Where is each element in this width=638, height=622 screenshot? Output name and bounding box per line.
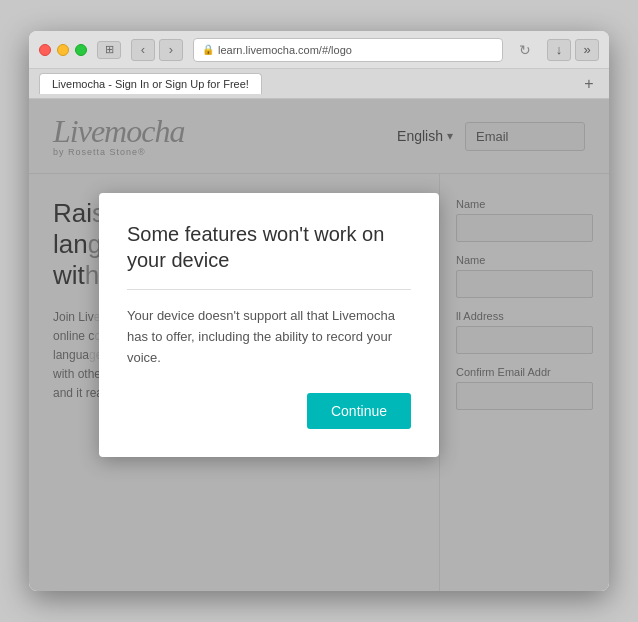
back-icon: ‹ (141, 42, 145, 57)
active-tab[interactable]: Livemocha - Sign In or Sign Up for Free! (39, 73, 262, 94)
minimize-button[interactable] (57, 44, 69, 56)
sidebar-toggle-button[interactable]: ⊞ (97, 41, 121, 59)
more-button[interactable]: » (575, 39, 599, 61)
download-icon: ↓ (556, 42, 563, 57)
modal-body: Your device doesn't support all that Liv… (127, 306, 411, 368)
toolbar-right: ↓ » (547, 39, 599, 61)
page-content: Livemocha by Rosetta Stone® English ▾ Ra… (29, 99, 609, 591)
modal-divider (127, 289, 411, 290)
browser-window: ⊞ ‹ › 🔒 learn.livemocha.com/#/logo ↻ ↓ » (29, 31, 609, 591)
reload-icon: ↻ (519, 42, 531, 58)
tab-bar: Livemocha - Sign In or Sign Up for Free!… (29, 69, 609, 99)
modal-title: Some features won't work on your device (127, 221, 411, 273)
nav-buttons: ‹ › (131, 39, 183, 61)
forward-icon: › (169, 42, 173, 57)
close-button[interactable] (39, 44, 51, 56)
more-icon: » (583, 42, 590, 57)
continue-button[interactable]: Continue (307, 393, 411, 429)
back-button[interactable]: ‹ (131, 39, 155, 61)
traffic-lights (39, 44, 87, 56)
lock-icon: 🔒 (202, 44, 214, 55)
modal-footer: Continue (127, 393, 411, 429)
title-bar: ⊞ ‹ › 🔒 learn.livemocha.com/#/logo ↻ ↓ » (29, 31, 609, 69)
address-text: learn.livemocha.com/#/logo (218, 44, 352, 56)
reload-button[interactable]: ↻ (513, 39, 537, 61)
maximize-button[interactable] (75, 44, 87, 56)
modal-dialog: Some features won't work on your device … (99, 193, 439, 456)
forward-button[interactable]: › (159, 39, 183, 61)
address-bar[interactable]: 🔒 learn.livemocha.com/#/logo (193, 38, 503, 62)
modal-overlay: Some features won't work on your device … (29, 99, 609, 591)
download-button[interactable]: ↓ (547, 39, 571, 61)
new-tab-button[interactable]: + (579, 74, 599, 94)
sidebar-icon: ⊞ (105, 43, 114, 56)
